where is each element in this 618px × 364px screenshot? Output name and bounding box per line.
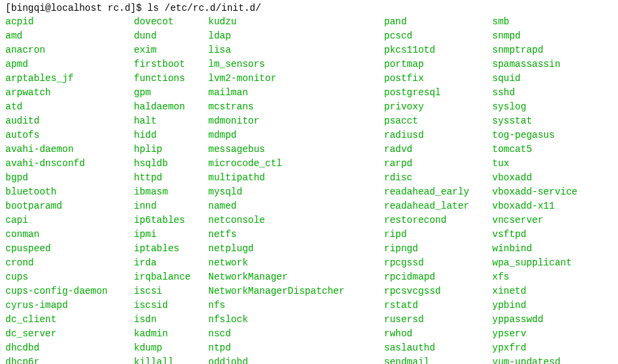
list-item: arptables_jf: [5, 72, 134, 86]
list-item: tog-pegasus: [492, 128, 577, 142]
list-item: lm_sensors: [208, 57, 384, 72]
list-item: rwhod: [384, 327, 492, 341]
list-item: cpuspeed: [5, 242, 134, 256]
list-item: ibmasm: [134, 185, 208, 199]
prompt-close-bracket: ]: [130, 3, 136, 14]
list-item: yum-updatesd: [492, 355, 577, 364]
list-item: syslog: [492, 100, 577, 114]
list-item: portmap: [384, 57, 492, 72]
list-item: halt: [134, 114, 208, 128]
list-item: smb: [492, 15, 577, 29]
listing-column-4: pandpcscdpkcs11otdportmappostfixpostgres…: [384, 15, 492, 364]
list-item: acpid: [5, 15, 134, 29]
list-item: netconsole: [208, 213, 384, 228]
list-item: iscsi: [134, 284, 208, 298]
list-item: hplip: [134, 142, 208, 157]
listing-column-2: dovecotdundeximfirstbootfunctionsgpmhald…: [134, 15, 208, 364]
list-item: ripd: [384, 228, 492, 242]
list-item: vsftpd: [492, 228, 577, 242]
list-item: vboxadd-x11: [492, 199, 577, 213]
list-item: pand: [384, 15, 492, 29]
list-item: dovecot: [134, 15, 208, 29]
list-item: ntpd: [208, 341, 384, 355]
list-item: pcscd: [384, 29, 492, 43]
list-item: irda: [134, 256, 208, 270]
list-item: rpcgssd: [384, 256, 492, 270]
list-item: innd: [134, 199, 208, 213]
listing-column-3: kudzuldaplisalm_sensorslvm2-monitormailm…: [208, 15, 384, 364]
directory-listing: acpidamdanacronapmdarptables_jfarpwatcha…: [5, 15, 613, 364]
list-item: hsqldb: [134, 157, 208, 171]
list-item: sshd: [492, 86, 577, 100]
list-item: nfs: [208, 298, 384, 313]
list-item: psacct: [384, 114, 492, 128]
terminal-prompt-line: [bingqi@localhost rc.d]$ ls /etc/rc.d/in…: [5, 3, 613, 14]
list-item: tomcat5: [492, 142, 577, 157]
list-item: mcstrans: [208, 100, 384, 114]
list-item: gpm: [134, 86, 208, 100]
list-item: httpd: [134, 171, 208, 185]
list-item: bootparamd: [5, 199, 134, 213]
list-item: dhcdbd: [5, 341, 134, 355]
list-item: privoxy: [384, 100, 492, 114]
list-item: microcode_ctl: [208, 157, 384, 171]
list-item: yppasswdd: [492, 313, 577, 327]
prompt-space: [102, 3, 108, 14]
list-item: autofs: [5, 128, 134, 142]
list-item: ipmi: [134, 228, 208, 242]
list-item: readahead_early: [384, 185, 492, 199]
list-item: messagebus: [208, 142, 384, 157]
list-item: oddjobd: [208, 355, 384, 364]
list-item: rarpd: [384, 157, 492, 171]
list-item: sysstat: [492, 114, 577, 128]
list-item: snmptrapd: [492, 43, 577, 57]
list-item: tux: [492, 157, 577, 171]
list-item: dc_server: [5, 327, 134, 341]
list-item: restorecond: [384, 213, 492, 228]
list-item: ldap: [208, 29, 384, 43]
list-item: dund: [134, 29, 208, 43]
list-item: ypxfrd: [492, 341, 577, 355]
list-item: mailman: [208, 86, 384, 100]
prompt-command[interactable]: ls /etc/rc.d/init.d/: [147, 3, 261, 14]
list-item: hidd: [134, 128, 208, 142]
list-item: winbind: [492, 242, 577, 256]
list-item: network: [208, 256, 384, 270]
list-item: cyrus-imapd: [5, 298, 134, 313]
list-item: cups: [5, 270, 134, 284]
list-item: xinetd: [492, 284, 577, 298]
list-item: functions: [134, 72, 208, 86]
list-item: nfslock: [208, 313, 384, 327]
list-item: pkcs11otd: [384, 43, 492, 57]
listing-column-1: acpidamdanacronapmdarptables_jfarpwatcha…: [5, 15, 134, 364]
prompt-space2: [142, 3, 147, 14]
list-item: killall: [134, 355, 208, 364]
list-item: NetworkManager: [208, 270, 384, 284]
list-item: anacron: [5, 43, 134, 57]
list-item: bluetooth: [5, 185, 134, 199]
list-item: saslauthd: [384, 341, 492, 355]
list-item: multipathd: [208, 171, 384, 185]
prompt-cwd: rc.d: [108, 3, 130, 14]
list-item: mysqld: [208, 185, 384, 199]
list-item: irqbalance: [134, 270, 208, 284]
list-item: arpwatch: [5, 86, 134, 100]
list-item: ypserv: [492, 327, 577, 341]
list-item: radvd: [384, 142, 492, 157]
list-item: exim: [134, 43, 208, 57]
list-item: atd: [5, 100, 134, 114]
list-item: capi: [5, 213, 134, 228]
list-item: apmd: [5, 57, 134, 72]
list-item: kudzu: [208, 15, 384, 29]
list-item: auditd: [5, 114, 134, 128]
list-item: kdump: [134, 341, 208, 355]
list-item: rpcidmapd: [384, 270, 492, 284]
list-item: rdisc: [384, 171, 492, 185]
prompt-user-host: bingqi@localhost: [11, 3, 101, 14]
list-item: lvm2-monitor: [208, 72, 384, 86]
list-item: postgresql: [384, 86, 492, 100]
list-item: vncserver: [492, 213, 577, 228]
list-item: sendmail: [384, 355, 492, 364]
prompt-symbol: $: [136, 3, 141, 14]
list-item: avahi-dnsconfd: [5, 157, 134, 171]
